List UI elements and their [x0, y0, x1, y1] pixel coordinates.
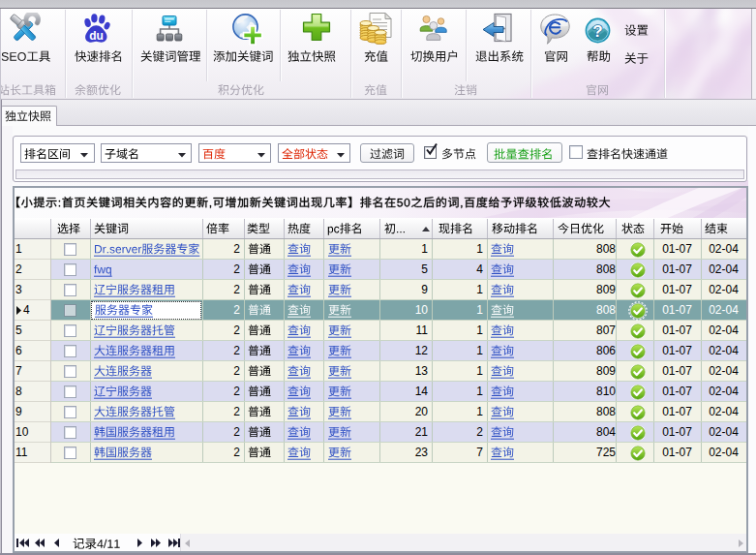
- svg-text:?: ?: [592, 22, 602, 41]
- svg-text:du: du: [89, 29, 104, 43]
